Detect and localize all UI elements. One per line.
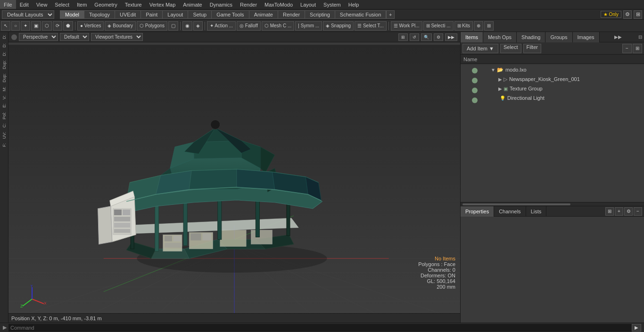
select-button[interactable]: Select — [500, 44, 521, 53]
tab-properties[interactable]: Properties — [461, 206, 494, 217]
tool-snapping[interactable]: ◈ Snapping — [323, 21, 354, 31]
eye-modo-lxo[interactable] — [472, 68, 478, 73]
menu-render[interactable]: Render — [236, 0, 261, 9]
add-layout-tab-button[interactable]: + — [386, 10, 395, 19]
tool-falloff[interactable]: ◎ Falloff — [237, 21, 261, 31]
star-only-button[interactable]: ★ Only — [601, 11, 621, 18]
menu-item[interactable]: Item — [73, 0, 91, 9]
command-input[interactable] — [8, 324, 632, 332]
tool-box-select[interactable]: ▣ — [31, 21, 41, 31]
tree-item-directional-light[interactable]: 💡 Directional Light — [489, 93, 644, 103]
tool-action[interactable]: ✦ Action ... — [207, 21, 236, 31]
tab-uvedit[interactable]: UVEdit — [115, 10, 141, 19]
items-minus-button[interactable]: − — [622, 44, 632, 53]
menu-texture[interactable]: Texture — [121, 0, 146, 9]
menu-edit[interactable]: Edit — [16, 0, 33, 9]
viewport[interactable]: Perspective Default Viewport Textures ⊞ … — [8, 32, 460, 323]
filter-button[interactable]: Filter — [523, 44, 541, 53]
tab-setup[interactable]: Setup — [188, 10, 212, 19]
menu-maxtomodo[interactable]: MaxToModo — [261, 0, 297, 9]
tool-mesh[interactable]: ▢ — [168, 21, 178, 31]
camera-dropdown[interactable]: Perspective — [19, 33, 58, 41]
tab-scripting[interactable]: Scripting — [305, 10, 335, 19]
tool-mesh-color[interactable]: ⬡ Mesh C ... — [262, 21, 294, 31]
tool-circle[interactable]: ○ — [11, 21, 20, 31]
left-tab-dup1[interactable]: Dup: — [1, 58, 8, 71]
props-minus-button[interactable]: − — [634, 207, 642, 216]
viewport-toggle[interactable] — [11, 34, 17, 40]
left-tab-f[interactable]: F: — [1, 141, 8, 149]
tab-animate[interactable]: Animate — [249, 10, 278, 19]
tool-work-plane[interactable]: ☰ Work Pl... — [391, 21, 422, 31]
tab-game-tools[interactable]: Game Tools — [212, 10, 249, 19]
left-tab-v[interactable]: V: — [1, 94, 8, 101]
tool-select-tool[interactable]: ☰ Select T... — [355, 21, 387, 31]
menu-animate[interactable]: Animate — [179, 0, 206, 9]
tool-world[interactable]: ◉ — [182, 21, 192, 31]
menu-dynamics[interactable]: Dynamics — [206, 0, 236, 9]
items-expand-button[interactable]: ⊞ — [633, 44, 642, 53]
render-mode-dropdown[interactable]: Viewport Textures — [91, 33, 143, 41]
vp-icon-1[interactable]: ⊞ — [398, 33, 408, 41]
viewport-canvas[interactable]: No Items Polygons : Face Channels: 0 Def… — [8, 42, 460, 323]
left-tab-dup2[interactable]: Dup: — [1, 72, 8, 84]
eye-directional-light[interactable] — [472, 97, 478, 103]
tool-symmetry[interactable]: | Symm ... — [295, 21, 322, 31]
tab-paint[interactable]: Paint — [141, 10, 163, 19]
layout-expand-button[interactable]: ⊞ — [634, 10, 642, 19]
tool-snap[interactable]: ◈ — [193, 21, 203, 31]
tree-item-modo-lxo[interactable]: ▼ 📂 modo.lxo — [489, 65, 644, 74]
menu-file[interactable]: File — [0, 0, 16, 9]
tab-render[interactable]: Render — [278, 10, 305, 19]
layout-settings-button[interactable]: ⚙ — [623, 10, 632, 19]
left-tab-d3[interactable]: D: — [1, 50, 8, 58]
left-tab-d2[interactable]: D: — [1, 41, 8, 49]
vp-icon-4[interactable]: ⚙ — [434, 33, 443, 41]
tool-select-arrow[interactable]: ↖ — [1, 21, 10, 31]
add-item-button[interactable]: Add Item ▼ — [462, 44, 498, 53]
left-tab-m[interactable]: M: — [1, 85, 8, 93]
tab-images[interactable]: Images — [573, 32, 600, 42]
tree-item-texture-group[interactable]: ▶ ▣ Texture Group — [489, 84, 644, 93]
left-tab-c[interactable]: C: — [1, 121, 8, 130]
left-tab-uv[interactable]: UV: — [1, 130, 8, 141]
tab-items[interactable]: Items — [461, 32, 483, 42]
tab-mesh-ops[interactable]: Mesh Ops — [483, 32, 517, 42]
tool-kits[interactable]: ⊞ Kits — [454, 21, 473, 31]
tool-vertices[interactable]: ● Vertices — [77, 21, 104, 31]
items-scrollbar[interactable] — [461, 202, 644, 206]
vp-icon-5[interactable]: ▶▶ — [445, 33, 457, 41]
tab-topology[interactable]: Topology — [84, 10, 115, 19]
tab-lists[interactable]: Lists — [526, 206, 547, 217]
eye-texture-group[interactable] — [472, 88, 478, 93]
lighting-dropdown[interactable]: Default — [60, 33, 89, 41]
tool-paint-select[interactable]: ⬡ — [42, 21, 52, 31]
vp-icon-2[interactable]: ↺ — [410, 33, 419, 41]
tab-layout[interactable]: Layout — [163, 10, 188, 19]
tool-rotate[interactable]: ⟳ — [53, 21, 62, 31]
props-settings-button[interactable]: ⚙ — [624, 207, 633, 216]
menu-select[interactable]: Select — [51, 0, 73, 9]
vp-icon-3[interactable]: 🔍 — [421, 33, 432, 41]
tree-item-newspaper-kiosk[interactable]: ▶ ▷ Newspaper_Kiosk_Green_001 — [489, 74, 644, 84]
eye-newspaper-kiosk[interactable] — [472, 78, 478, 83]
left-tab-e[interactable]: E: — [1, 102, 8, 110]
tab-model[interactable]: Model — [60, 10, 84, 19]
menu-help[interactable]: Help — [345, 0, 363, 9]
menu-geometry[interactable]: Geometry — [91, 0, 121, 9]
items-list[interactable]: ▼ 📂 modo.lxo ▶ ▷ Newspaper_Kiosk_Green_0… — [461, 64, 644, 202]
menu-view[interactable]: View — [33, 0, 51, 9]
menu-system[interactable]: System — [320, 0, 345, 9]
command-run-button[interactable]: ▶ — [632, 324, 641, 332]
menu-layout[interactable]: Layout — [297, 0, 320, 9]
tab-shading[interactable]: Shading — [517, 32, 545, 42]
tab-groups[interactable]: Groups — [545, 32, 572, 42]
items-tab-collapse[interactable]: ⊟ — [636, 34, 644, 40]
tool-add[interactable]: ⊕ — [474, 21, 483, 31]
tool-polygons[interactable]: ⬡ Polygons — [137, 21, 167, 31]
tool-selection[interactable]: ⊞ Selecti ... — [423, 21, 454, 31]
tool-boundary[interactable]: ◈ Boundary — [105, 21, 136, 31]
tool-lasso[interactable]: ✦ — [21, 21, 30, 31]
expand-arrow-modo[interactable]: ▼ — [491, 67, 495, 73]
items-tab-expand[interactable]: ▶▶ — [612, 34, 624, 40]
